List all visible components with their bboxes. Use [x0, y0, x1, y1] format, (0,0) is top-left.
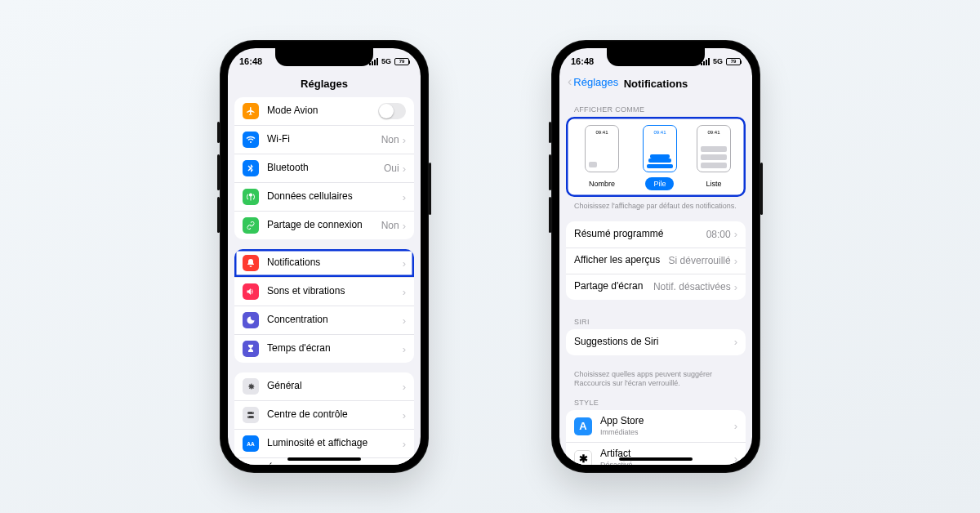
display-as-selector: 09:41Nombre09:41Pile09:41Liste	[566, 117, 746, 197]
chevron-right-icon: ›	[403, 134, 406, 146]
row-afficher-les-aper-us[interactable]: Afficher les aperçusSi déverrouillé›	[566, 248, 746, 274]
antenna-icon	[243, 189, 259, 205]
app-row-app-store[interactable]: AApp StoreImmédiates›	[566, 410, 746, 442]
row-label: Centre de contrôle	[267, 409, 403, 421]
section-header-siri: SIRI	[566, 310, 746, 329]
app-icon: A	[574, 417, 592, 435]
section-header-display: AFFICHER COMME	[566, 97, 746, 117]
chevron-right-icon: ›	[403, 163, 406, 175]
toggle[interactable]	[378, 103, 406, 119]
row-mode-avion[interactable]: Mode Avion	[234, 97, 414, 125]
home-indicator[interactable]	[287, 457, 361, 461]
chevron-right-icon: ›	[734, 228, 737, 240]
bell-icon	[243, 255, 259, 271]
row-donn-es-cellulaires[interactable]: Données cellulaires›	[234, 182, 414, 211]
row-luminosit-et-affichage[interactable]: AALuminosité et affichage›	[234, 429, 414, 457]
row-partage-d-cran[interactable]: Partage d'écranNotif. désactivées›	[566, 274, 746, 300]
nav-bar: Réglages	[228, 71, 421, 97]
row-wi-fi[interactable]: Wi-FiNon›	[234, 125, 414, 154]
row-label: Sons et vibrations	[267, 286, 403, 297]
app-row-artifact[interactable]: ✱ArtifactDésactivé›	[566, 442, 746, 465]
row-value: Non	[381, 134, 399, 145]
row-label: Mode Avion	[267, 105, 378, 117]
option-label: Nombre	[581, 177, 623, 190]
row-label: Données cellulaires	[267, 191, 403, 203]
moon-icon	[243, 312, 259, 328]
row-label: App StoreImmédiates	[600, 416, 734, 436]
chevron-right-icon: ›	[734, 420, 737, 432]
row-temps-d-cran[interactable]: Temps d'écran›	[234, 334, 414, 363]
AA-icon: AA	[243, 435, 259, 452]
status-time: 16:48	[571, 56, 594, 66]
row-label: Concentration	[267, 314, 403, 326]
chevron-right-icon: ›	[403, 343, 406, 355]
row-sons-et-vibrations[interactable]: Sons et vibrations›	[234, 277, 414, 306]
row-label: Partage de connexion	[267, 220, 381, 231]
chevron-right-icon: ›	[734, 281, 737, 293]
row-label: Luminosité et affichage	[267, 438, 403, 449]
row-r-sum-programm-[interactable]: Résumé programmé08:00›	[566, 221, 746, 248]
back-button[interactable]: ‹ Réglages	[568, 75, 618, 88]
row-label: Bluetooth	[267, 163, 384, 174]
link-icon	[243, 217, 259, 234]
chevron-right-icon: ›	[734, 453, 737, 465]
row-label: Wi-Fi	[267, 134, 381, 145]
row-label: Notifications	[267, 257, 403, 269]
phone-notifications: 16:48 5G 79 ‹ Réglages Notifications AFF…	[551, 40, 760, 473]
row-label: Temps d'écran	[267, 343, 403, 355]
chevron-right-icon: ›	[403, 314, 406, 327]
network-label: 5G	[381, 57, 391, 65]
row-concentration[interactable]: Concentration›	[234, 306, 414, 334]
row-value: Oui	[384, 163, 399, 174]
row-partage-de-connexion[interactable]: Partage de connexionNon›	[234, 211, 414, 239]
phone-preview-icon: 09:41	[697, 125, 731, 172]
page-title: Notifications	[624, 78, 688, 90]
section-header-style: STYLE	[566, 390, 746, 410]
chevron-left-icon: ‹	[568, 75, 572, 88]
display-option-liste[interactable]: 09:41Liste	[697, 125, 731, 190]
option-label: Liste	[697, 177, 729, 190]
row-label: Partage d'écran	[574, 281, 653, 292]
chevron-right-icon: ›	[403, 220, 406, 232]
row-bluetooth[interactable]: BluetoothOui›	[234, 154, 414, 182]
phone-preview-icon: 09:41	[643, 125, 677, 172]
chevron-right-icon: ›	[734, 255, 737, 267]
row-value: Non	[381, 220, 399, 231]
row-value: Notif. désactivées	[653, 281, 731, 292]
display-option-nombre[interactable]: 09:41Nombre	[581, 125, 623, 190]
display-option-pile[interactable]: 09:41Pile	[643, 125, 677, 190]
sound-icon	[243, 283, 259, 300]
row-label: Écran d'accueil et bibliothèque d'apps	[267, 464, 403, 465]
chevron-right-icon: ›	[734, 336, 737, 348]
page-title: Réglages	[301, 78, 348, 90]
row-value: 08:00	[706, 229, 731, 240]
status-time: 16:48	[239, 56, 262, 66]
section-footer-siri: Choisissez quelles apps peuvent suggérer…	[566, 365, 746, 390]
row-g-n-ral[interactable]: Général›	[234, 372, 414, 400]
hourglass-icon	[243, 341, 259, 357]
network-label: 5G	[713, 57, 723, 65]
chevron-right-icon: ›	[403, 409, 406, 422]
row-siri-suggestions[interactable]: Suggestions de Siri ›	[566, 329, 746, 355]
option-label: Pile	[645, 177, 674, 190]
battery-icon: 79	[394, 58, 409, 65]
bt-icon	[243, 160, 259, 176]
section-footer-display: Choisissez l'affichage par défaut des no…	[566, 197, 746, 213]
phone-preview-icon: 09:41	[585, 125, 619, 172]
chevron-right-icon: ›	[403, 438, 406, 450]
chevron-right-icon: ›	[403, 381, 406, 393]
switches-icon	[243, 407, 259, 423]
svg-text:AA: AA	[247, 441, 255, 447]
chevron-right-icon: ›	[403, 191, 406, 203]
row-notifications[interactable]: Notifications›	[234, 249, 414, 277]
row-value: Si déverrouillé	[669, 255, 731, 266]
chevron-right-icon: ›	[403, 286, 406, 298]
plane-icon	[243, 103, 259, 119]
phone-settings: 16:48 5G 79 Réglages Mode AvionWi-FiNon›…	[220, 40, 429, 473]
row-centre-de-contr-le[interactable]: Centre de contrôle›	[234, 400, 414, 429]
row-label: Général	[267, 381, 403, 392]
home-indicator[interactable]	[619, 457, 693, 461]
app-icon: ✱	[574, 450, 592, 465]
row-label: Afficher les aperçus	[574, 255, 669, 266]
chevron-right-icon: ›	[403, 257, 406, 270]
